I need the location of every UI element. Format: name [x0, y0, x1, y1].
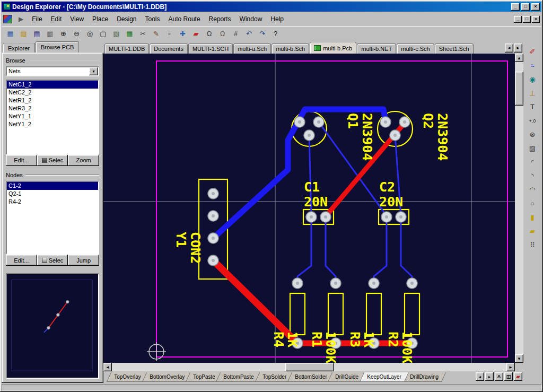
net-list-item[interactable]: NetC2_2: [7, 89, 98, 97]
pcb-trace[interactable]: [326, 222, 336, 283]
pad[interactable]: [396, 212, 406, 222]
child-minimize-button[interactable]: _: [514, 16, 522, 23]
pcb-trace[interactable]: [374, 222, 387, 283]
component-label[interactable]: 2N3904: [435, 113, 450, 161]
layer-tab[interactable]: BottomSolder: [287, 372, 335, 382]
node-list-item[interactable]: R4-2: [7, 198, 98, 206]
net-list-item[interactable]: NetC1_2: [7, 81, 98, 89]
net-list-item[interactable]: NetR3_2: [7, 104, 98, 112]
node-list-item[interactable]: Q2-1: [7, 190, 98, 198]
knife-icon[interactable]: ✂: [137, 28, 149, 40]
menu-item[interactable]: Auto Route: [164, 13, 205, 25]
draw-icon[interactable]: ✎: [150, 28, 162, 40]
pad[interactable]: [294, 117, 305, 127]
pcb-editor-viewport[interactable]: Q12N3904Q22N3904C120NC220NY1CON2R41KR110…: [103, 54, 515, 363]
document-tab[interactable]: multi-b.Pcb: [310, 42, 356, 54]
save-icon[interactable]: ▤: [31, 28, 43, 40]
place-track-icon[interactable]: ≈: [526, 59, 539, 72]
pad[interactable]: [208, 188, 218, 199]
grid-icon[interactable]: #: [230, 28, 242, 40]
board-icon[interactable]: ▦: [124, 28, 136, 40]
pcb-trace[interactable]: [297, 222, 311, 283]
component-label[interactable]: 20N: [379, 194, 403, 210]
pad[interactable]: [380, 117, 391, 127]
arc-any-icon[interactable]: ◠: [526, 184, 539, 196]
component-outline[interactable]: [366, 293, 381, 335]
pad[interactable]: [369, 278, 379, 289]
document-tab[interactable]: multi-b.NET: [357, 43, 396, 54]
component-label[interactable]: CON2: [188, 232, 203, 264]
tab-scroll-right-button[interactable]: ►: [514, 43, 522, 53]
brush-icon[interactable]: ▰: [190, 28, 202, 40]
component-outline[interactable]: [405, 293, 419, 335]
menu-item[interactable]: Reports: [205, 13, 235, 25]
eraser-button[interactable]: ▰: [514, 372, 522, 381]
pad[interactable]: [208, 211, 218, 221]
horizontal-scrollbar[interactable]: ◄ ►: [103, 363, 515, 371]
panels-button[interactable]: ◫: [504, 372, 513, 381]
layer-tab[interactable]: KeepOutLayer: [360, 372, 409, 382]
pad[interactable]: [208, 233, 218, 243]
menu-item[interactable]: File: [28, 13, 46, 25]
panel-tab[interactable]: Explorer: [3, 43, 35, 53]
net-edit-button[interactable]: Edit...: [6, 155, 37, 166]
scroll-up-button[interactable]: ▲: [515, 54, 523, 62]
document-tab[interactable]: multi-b.Sch: [272, 43, 309, 54]
layer-scroll-left-button[interactable]: ◄: [476, 372, 484, 381]
browse-mode-dropdown[interactable]: Nets ▼: [6, 66, 99, 76]
pad[interactable]: [399, 117, 410, 127]
arc-center-icon[interactable]: ◝: [526, 170, 539, 182]
open-document-icon[interactable]: ▨: [17, 28, 30, 40]
redo-icon[interactable]: ↷: [256, 28, 268, 40]
place-polygon-icon[interactable]: ▰: [526, 225, 539, 237]
select-button[interactable]: Selec: [37, 255, 68, 266]
menu-item[interactable]: Place: [88, 13, 112, 25]
scroll-down-button[interactable]: ▼: [515, 354, 523, 363]
dropdown-arrow-icon[interactable]: ▼: [89, 67, 98, 75]
layer-tab[interactable]: DrillDrawing: [402, 372, 446, 382]
minimize-button[interactable]: _: [511, 3, 520, 11]
place-via-icon[interactable]: ◉: [526, 73, 539, 85]
component-label[interactable]: 20N: [304, 194, 328, 210]
menu-item[interactable]: Window: [235, 13, 267, 25]
component-label[interactable]: 2N3904: [360, 113, 375, 161]
clearance-browse-icon[interactable]: Ω: [216, 28, 229, 40]
pad[interactable]: [320, 212, 331, 222]
vertical-scrollbar[interactable]: ▲ ▼: [515, 54, 523, 363]
child-restore-button[interactable]: □: [523, 16, 531, 23]
component-label[interactable]: C1: [304, 179, 320, 195]
document-tab[interactable]: MULTI-1.DDB: [104, 43, 149, 54]
pad[interactable]: [304, 130, 314, 141]
layer-tab[interactable]: BottomPaste: [216, 372, 261, 382]
document-tab[interactable]: Documents: [150, 43, 188, 54]
component-label[interactable]: Q2: [421, 113, 436, 129]
zoom-in-icon[interactable]: ⊕: [57, 28, 69, 40]
component-label[interactable]: 1K: [361, 332, 376, 347]
child-close-button[interactable]: ×: [532, 16, 540, 23]
place-component-icon[interactable]: ⊥: [526, 87, 539, 99]
component-label[interactable]: Q1: [345, 113, 361, 129]
component-outline[interactable]: [290, 293, 305, 335]
node-list-item[interactable]: C1-2: [7, 182, 98, 190]
full-circle-icon[interactable]: ○: [526, 197, 539, 210]
component-label[interactable]: C2: [379, 179, 395, 195]
net-zoom-button[interactable]: Zoom: [68, 155, 99, 166]
scroll-left-button[interactable]: ◄: [103, 363, 112, 371]
print-icon[interactable]: ▥: [44, 28, 56, 40]
pcb-trace[interactable]: [401, 222, 412, 283]
document-tab[interactable]: MULTI-1.SCH: [188, 43, 233, 54]
arc-edge-icon[interactable]: ◜: [526, 156, 539, 168]
scroll-right-button[interactable]: ►: [506, 363, 515, 371]
node-edit-button[interactable]: Edit...: [6, 255, 37, 266]
pad[interactable]: [313, 117, 324, 127]
h-scroll-thumb[interactable]: [285, 363, 334, 371]
document-tab[interactable]: multi-c.Sch: [397, 43, 434, 54]
v-scroll-thumb[interactable]: [515, 72, 523, 106]
tab-scroll-left-button[interactable]: ◄: [505, 43, 513, 53]
component-label[interactable]: 1K: [285, 332, 300, 347]
menu-item[interactable]: View: [66, 13, 88, 25]
zoom-out-icon[interactable]: ⊖: [71, 28, 83, 40]
menu-item[interactable]: Edit: [47, 13, 66, 25]
net-list-item[interactable]: NetY1_2: [7, 120, 98, 128]
pcb-trace[interactable]: [213, 260, 297, 343]
